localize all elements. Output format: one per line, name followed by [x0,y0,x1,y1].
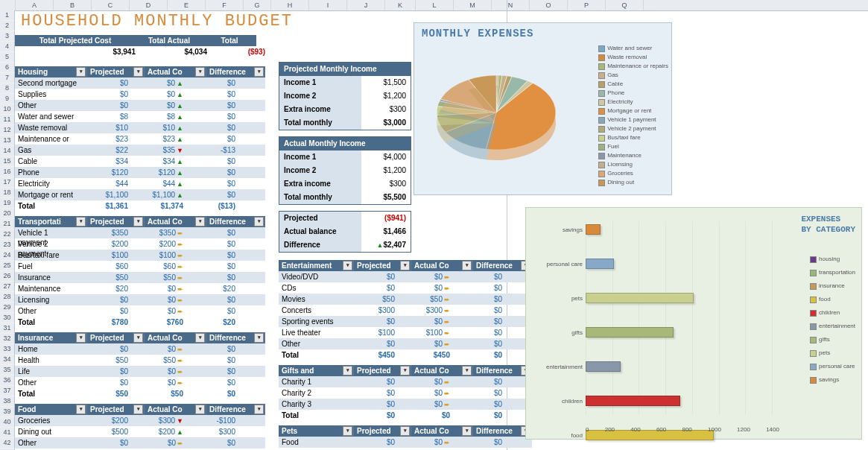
col-actual[interactable]: Actual Co▾ [411,260,473,271]
col-projected[interactable]: Projected▾ [87,332,145,343]
cell-projected[interactable]: $22 [80,145,131,156]
cell-actual[interactable]: $0➨ [398,387,453,399]
table-row[interactable]: Phone $120 $120▲ $0 [15,167,265,178]
cell-projected[interactable]: $500 [80,426,131,437]
cell-actual[interactable]: $350➨ [131,227,186,238]
cell-diff[interactable]: -$13 [186,145,238,156]
filter-icon[interactable]: ▾ [133,405,143,414]
cell-actual[interactable]: $300➨ [398,305,453,316]
cell-diff[interactable]: $0 [186,133,238,145]
col-actual[interactable]: Actual Co▾ [145,66,206,77]
col-difference[interactable]: Difference▾ [473,425,532,437]
filter-icon[interactable]: ▾ [343,426,352,436]
cell-diff[interactable]: $0 [186,343,238,355]
table-row[interactable]: Food $0 $0➨ $0 [279,437,532,448]
filter-icon[interactable]: ▾ [76,217,86,226]
table-row[interactable]: Movies $50 $50➨ $0 [279,294,532,305]
cell-actual[interactable]: $0➨ [131,283,186,294]
cell-actual[interactable]: $0▲ [131,77,186,89]
cell-projected[interactable]: $0 [80,377,131,388]
cell-diff[interactable]: $0 [186,122,238,133]
col-difference[interactable]: Difference▾ [206,332,265,343]
cell-projected[interactable]: $350 [80,227,131,238]
cell-actual[interactable]: $200➨ [131,238,186,250]
cell-actual[interactable]: $0➨ [398,399,453,410]
filter-icon[interactable]: ▾ [462,426,472,436]
col-difference[interactable]: Difference▾ [206,66,265,77]
section-name[interactable]: Pets▾ [279,425,354,437]
col-projected[interactable]: Projected▾ [87,404,145,415]
cell-diff[interactable]: $0 [453,376,505,387]
cell-projected[interactable]: $34 [80,156,131,167]
cell-diff[interactable]: $0 [186,77,238,89]
cell-actual[interactable]: $300▼ [131,415,186,426]
table-row[interactable]: Second mortgage $0 $0▲ $0 [15,77,265,89]
cell-actual[interactable]: $0➨ [398,282,453,294]
cell-actual[interactable]: $0➨ [398,437,453,448]
filter-icon[interactable]: ▾ [254,333,264,343]
cell-projected[interactable]: $0 [347,387,398,399]
section-name[interactable]: Insurance▾ [15,332,87,343]
filter-icon[interactable]: ▾ [400,261,410,270]
filter-icon[interactable]: ▾ [254,217,264,226]
table-row[interactable]: Electricity $44 $44▲ $0 [15,178,265,189]
cell-diff[interactable]: $0 [186,100,238,111]
cell-actual[interactable]: $60➨ [131,261,186,272]
cell-projected[interactable]: $200 [80,238,131,250]
table-row[interactable]: Charity 3 $0 $0➨ $0 [279,399,532,410]
cell-diff[interactable]: $0 [186,178,238,189]
cell-diff[interactable]: $0 [453,437,505,448]
table-row[interactable]: Fuel $60 $60➨ $0 [15,261,265,272]
cell-projected[interactable]: $10 [80,122,131,133]
filter-icon[interactable]: ▾ [254,405,264,414]
cell-actual[interactable]: $0▲ [131,100,186,111]
cell-projected[interactable]: $1,100 [80,189,131,200]
cell-diff[interactable]: $0 [186,355,238,366]
col-actual[interactable]: Actual Co▾ [411,425,473,437]
table-row[interactable]: Charity 1 $0 $0➨ $0 [279,376,532,387]
cell-diff[interactable]: $0 [453,399,505,410]
cell-actual[interactable]: $0➨ [398,271,453,282]
cell-diff[interactable]: $0 [186,437,238,449]
cell-diff[interactable]: $0 [453,338,505,349]
cell-actual[interactable]: $0➨ [131,437,186,449]
cell-diff[interactable]: $0 [453,316,505,327]
cell-projected[interactable]: $120 [80,167,131,178]
cell-diff[interactable]: $0 [186,366,238,377]
cell-actual[interactable]: $34▲ [131,156,186,167]
table-row[interactable]: Health $50 $50➨ $0 [15,355,265,366]
col-difference[interactable]: Difference▾ [206,404,265,415]
table-row[interactable]: Dining out $500 $200▲ $300 [15,426,265,437]
cell-diff[interactable]: $0 [186,89,238,100]
filter-icon[interactable]: ▾ [133,333,143,343]
col-difference[interactable]: Difference▾ [206,216,265,227]
cell-diff[interactable]: $0 [186,272,238,283]
table-row[interactable]: Gas $22 $35▼ -$13 [15,145,265,156]
cell-actual[interactable]: $100➨ [131,250,186,261]
table-row[interactable]: Home $0 $0➨ $0 [15,343,265,355]
cell-projected[interactable]: $0 [80,366,131,377]
table-row[interactable]: Live theater $100 $100➨ $0 [279,327,532,338]
cell-projected[interactable]: $0 [347,376,398,387]
income-row[interactable]: Income 1$4,000 [279,150,411,164]
filter-icon[interactable]: ▾ [195,333,205,343]
col-actual[interactable]: Actual Co▾ [145,332,206,343]
cell-projected[interactable]: $0 [80,77,131,89]
filter-icon[interactable]: ▾ [462,261,472,270]
cell-diff[interactable]: $300 [186,426,238,437]
cell-actual[interactable]: $44▲ [131,178,186,189]
table-row[interactable]: Supplies $0 $0▲ $0 [15,89,265,100]
cell-projected[interactable]: $8 [80,111,131,122]
filter-icon[interactable]: ▾ [343,261,352,270]
table-row[interactable]: Charity 2 $0 $0➨ $0 [279,387,532,399]
section-name[interactable]: Food▾ [15,404,87,415]
cell-actual[interactable]: $200▲ [131,426,186,437]
filter-icon[interactable]: ▾ [195,217,205,226]
cell-actual[interactable]: $0➨ [131,305,186,317]
cell-actual[interactable]: $50➨ [131,272,186,283]
col-projected[interactable]: Projected▾ [87,66,145,77]
cell-actual[interactable]: $23▲ [131,133,186,145]
cell-actual[interactable]: $0➨ [398,338,453,349]
income-row[interactable]: Income 2$1,200 [279,89,411,103]
cell-diff[interactable]: $0 [186,250,238,261]
